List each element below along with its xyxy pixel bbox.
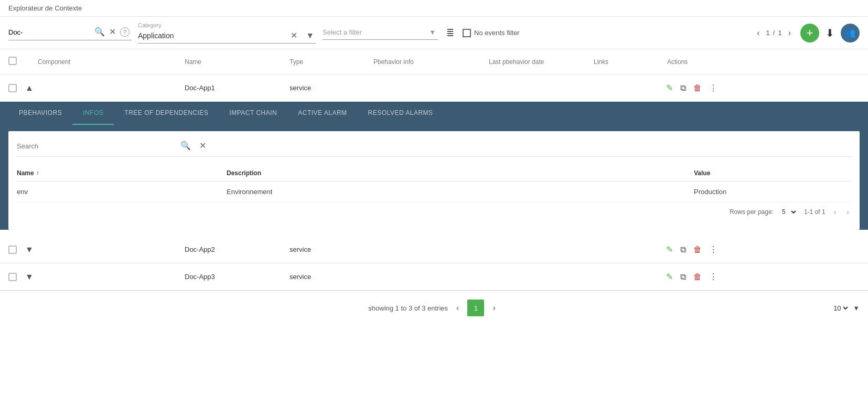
row2-delete-btn[interactable]: 🗑 (691, 243, 704, 257)
infos-header-description: Description (227, 169, 694, 177)
header-name: Name (185, 58, 290, 66)
add-btn[interactable]: + (800, 24, 819, 42)
infos-search-icon: 🔍 (180, 141, 191, 150)
infos-clear-icon: ✕ (199, 141, 206, 150)
row2-edit-btn[interactable]: ✎ (664, 242, 675, 257)
clear-icon: ✕ (109, 27, 116, 36)
help-btn[interactable]: ? (118, 25, 132, 39)
row1-more-btn[interactable]: ⋮ (707, 81, 720, 95)
tabs-bar: PBEHAVIORS INFOS TREE OF DEPENDENCIES IM… (0, 102, 868, 125)
filter-dropdown-btn[interactable]: ▼ (427, 26, 438, 38)
infos-count-label: 1-1 of 1 (804, 208, 826, 216)
select-all-checkbox[interactable] (8, 57, 17, 65)
header-last-pbehavior-date: Last pbehavior date (489, 58, 594, 66)
row3-checkbox-cell: ▼ (8, 272, 38, 282)
tab-infos[interactable]: INFOS (72, 102, 114, 125)
pagination-page-1-btn[interactable]: 1 (467, 300, 484, 316)
rows-per-page-label: Rows per page: (730, 208, 774, 216)
infos-search-btn[interactable]: 🔍 (178, 140, 193, 152)
row1-copy-btn[interactable]: ⧉ (678, 81, 688, 95)
infos-search-input[interactable] (17, 142, 174, 150)
category-value: Application (138, 31, 284, 40)
row2-copy-btn[interactable]: ⧉ (678, 243, 688, 257)
header-type: Type (290, 58, 373, 66)
download-icon: ⬇ (826, 27, 834, 39)
main-search-input[interactable] (8, 28, 92, 36)
row2-checkbox[interactable] (8, 246, 17, 254)
row1-expand-up-icon[interactable]: ▲ (25, 83, 34, 93)
infos-prev-btn[interactable]: ‹ (832, 207, 839, 217)
download-btn[interactable]: ⬇ (826, 27, 834, 39)
row1-name: Doc-App1 (185, 84, 290, 92)
row3-expand-down-icon[interactable]: ▼ (25, 272, 34, 282)
users-icon: 👥 (845, 28, 855, 38)
infos-next-btn[interactable]: › (844, 207, 851, 217)
main-search-icon-btn[interactable]: 🔍 (92, 26, 107, 38)
infos-header-value: Value (694, 169, 851, 177)
row1-checkbox-cell: ▲ (8, 83, 38, 93)
infos-header-name[interactable]: Name ↑ (17, 169, 227, 177)
toolbar-page-separator: / (773, 29, 775, 37)
main-clear-btn[interactable]: ✕ (107, 26, 118, 38)
tab-impact-chain[interactable]: IMPACT CHAIN (219, 102, 287, 125)
tab-pbehaviors[interactable]: PBEHAVIORS (8, 102, 72, 125)
row3-more-btn[interactable]: ⋮ (707, 270, 720, 284)
row3-type: service (290, 273, 373, 281)
row1-delete-btn[interactable]: 🗑 (691, 81, 704, 95)
app-container: Explorateur de Contexte 🔍 ✕ ? Category A… (0, 0, 868, 416)
category-clear-icon: ✕ (291, 31, 297, 40)
pagination-prev-btn[interactable]: ‹ (452, 301, 463, 315)
row2-expand-down-icon[interactable]: ▼ (25, 245, 34, 254)
row1-checkbox[interactable] (8, 84, 17, 92)
header-pbehavior-info: Pbehavior info (373, 58, 489, 66)
infos-footer: Rows per page: 5 10 25 1-1 of 1 ‹ › (17, 202, 851, 221)
search-icon: 🔍 (94, 27, 105, 36)
header-checkbox-cell (8, 57, 38, 67)
toolbar-next-btn[interactable]: › (785, 27, 794, 39)
category-label: Category (138, 22, 316, 28)
users-btn[interactable]: 👥 (841, 24, 860, 42)
tab-resolved-alarms[interactable]: RESOLVED ALARMS (358, 102, 444, 125)
category-clear-btn[interactable]: ✕ (288, 29, 299, 42)
row3-actions: ✎ ⧉ 🗑 ⋮ (667, 270, 720, 284)
expanded-panel-row1: PBEHAVIORS INFOS TREE OF DEPENDENCIES IM… (0, 102, 868, 230)
rows-per-page-select[interactable]: 5 10 25 (780, 208, 798, 216)
category-field: Category Application ✕ ▼ (138, 22, 316, 44)
help-icon: ? (120, 27, 130, 37)
row1-edit-btn[interactable]: ✎ (664, 81, 675, 95)
table-row: ▼ Doc-App3 service ✎ ⧉ 🗑 ⋮ (0, 263, 868, 291)
search-field: 🔍 ✕ ? (8, 25, 132, 41)
infos-search-row: 🔍 ✕ (17, 140, 851, 157)
row2-actions: ✎ ⧉ 🗑 ⋮ (667, 242, 720, 257)
no-events-checkbox[interactable] (463, 29, 471, 37)
tab-tree-of-dependencies[interactable]: TREE OF DEPENDENCIES (114, 102, 219, 125)
bottom-rows-per-page-select[interactable]: 10 25 50 (831, 304, 850, 313)
category-dropdown-btn[interactable]: ▼ (304, 29, 316, 42)
infos-row-value: Production (694, 188, 851, 196)
table-row: ▼ Doc-App2 service ✎ ⧉ 🗑 ⋮ (0, 236, 868, 263)
infos-row-description: Environnement (227, 188, 694, 196)
filter-select-field[interactable]: Select a filter ▼ (323, 26, 438, 40)
infos-clear-btn[interactable]: ✕ (197, 140, 208, 152)
row3-edit-btn[interactable]: ✎ (664, 270, 675, 284)
row3-checkbox[interactable] (8, 273, 17, 281)
pagination-next-btn[interactable]: › (488, 301, 499, 315)
filter-lines-icon: ≣ (446, 28, 454, 38)
row3-delete-btn[interactable]: 🗑 (691, 270, 704, 284)
row1-actions: ✎ ⧉ 🗑 ⋮ (667, 81, 720, 95)
tab-active-alarm[interactable]: ACTIVE ALARM (287, 102, 357, 125)
category-value-row: Application ✕ ▼ (138, 29, 316, 42)
bottom-dropdown-icon: ▼ (853, 304, 860, 312)
row3-copy-btn[interactable]: ⧉ (678, 270, 688, 284)
rows-per-page-bottom: 10 25 50 ▼ (831, 304, 860, 313)
no-events-filter: No events filter (463, 29, 520, 37)
toolbar-prev-btn[interactable]: ‹ (754, 27, 763, 39)
row2-name: Doc-App2 (185, 246, 290, 253)
row3-name: Doc-App3 (185, 273, 290, 281)
row2-more-btn[interactable]: ⋮ (707, 242, 720, 257)
bottom-pagination: showing 1 to 3 of 3 entries ‹ 1 › 10 25 … (0, 291, 868, 325)
infos-content: 🔍 ✕ Name ↑ Description Value (8, 131, 860, 230)
app-title: Explorateur de Contexte (8, 4, 82, 12)
filter-icon-btn[interactable]: ≣ (444, 26, 456, 40)
row2-type: service (290, 246, 373, 253)
